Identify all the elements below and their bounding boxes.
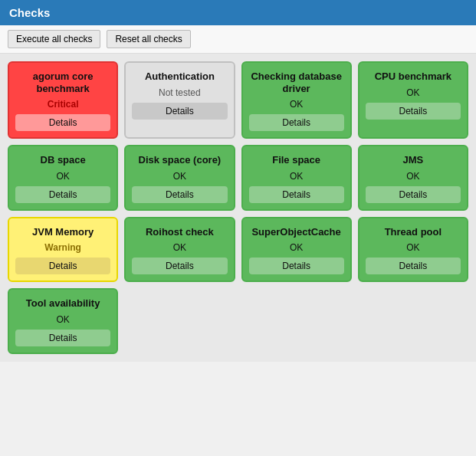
- check-title-super-object-cache: SuperObjectCache: [251, 226, 340, 238]
- check-card-authentication: AuthenticationNot testedDetails: [124, 61, 235, 139]
- check-title-agorum-core-benchmark: agorum core benchmark: [15, 71, 110, 94]
- details-button-file-space[interactable]: Details: [249, 186, 344, 203]
- check-title-jvm-memory: JVM Memory: [32, 226, 94, 238]
- check-status-authentication: Not tested: [159, 87, 201, 98]
- check-title-roihost-check: Roihost check: [146, 226, 214, 238]
- details-button-authentication[interactable]: Details: [132, 103, 227, 120]
- details-button-roihost-check[interactable]: Details: [132, 258, 227, 274]
- details-button-jms[interactable]: Details: [366, 186, 461, 203]
- check-card-file-space: File spaceOKDetails: [241, 145, 352, 211]
- check-title-authentication: Authentication: [145, 71, 215, 83]
- check-status-db-space: OK: [56, 171, 69, 182]
- details-button-thread-pool[interactable]: Details: [366, 258, 461, 274]
- details-button-jvm-memory[interactable]: Details: [15, 258, 110, 274]
- check-title-checking-database-driver: Checking database driver: [249, 71, 344, 94]
- details-button-agorum-core-benchmark[interactable]: Details: [15, 114, 110, 131]
- check-status-checking-database-driver: OK: [290, 99, 303, 110]
- check-card-db-space: DB spaceOKDetails: [8, 145, 118, 211]
- check-card-cpu-benchmark: CPU benchmarkOKDetails: [358, 61, 468, 139]
- check-status-thread-pool: OK: [406, 242, 419, 253]
- details-button-disk-space-core[interactable]: Details: [132, 186, 227, 203]
- check-card-roihost-check: Roihost checkOKDetails: [124, 217, 235, 283]
- details-button-tool-availability[interactable]: Details: [15, 330, 110, 346]
- check-status-disk-space-core: OK: [173, 171, 186, 182]
- checks-grid: agorum core benchmarkCriticalDetailsAuth…: [0, 54, 476, 362]
- check-card-super-object-cache: SuperObjectCacheOKDetails: [241, 217, 352, 283]
- check-title-tool-availability: Tool availability: [26, 297, 100, 310]
- check-status-cpu-benchmark: OK: [406, 87, 419, 98]
- check-status-jvm-memory: Warning: [44, 242, 81, 253]
- check-status-tool-availability: OK: [56, 314, 69, 325]
- check-title-jms: JMS: [403, 154, 424, 166]
- check-title-disk-space-core: Disk space (core): [139, 154, 222, 166]
- execute-all-button[interactable]: Execute all checks: [8, 30, 100, 48]
- page-title: Checks: [9, 6, 50, 19]
- check-card-jvm-memory: JVM MemoryWarningDetails: [8, 217, 118, 283]
- check-status-roihost-check: OK: [173, 242, 186, 253]
- check-card-jms: JMSOKDetails: [358, 145, 468, 211]
- details-button-cpu-benchmark[interactable]: Details: [366, 103, 461, 120]
- check-card-checking-database-driver: Checking database driverOKDetails: [241, 61, 352, 139]
- check-title-file-space: File space: [272, 154, 320, 166]
- header: Checks Execute all checks Reset all chec…: [0, 0, 476, 54]
- check-card-agorum-core-benchmark: agorum core benchmarkCriticalDetails: [8, 61, 118, 139]
- check-card-tool-availability: Tool availabilityOKDetails: [8, 288, 118, 354]
- details-button-super-object-cache[interactable]: Details: [249, 258, 344, 274]
- details-button-checking-database-driver[interactable]: Details: [249, 114, 344, 131]
- check-title-cpu-benchmark: CPU benchmark: [375, 71, 451, 83]
- reset-all-button[interactable]: Reset all checks: [107, 30, 190, 48]
- check-status-file-space: OK: [290, 171, 303, 182]
- check-status-agorum-core-benchmark: Critical: [48, 99, 79, 110]
- check-card-thread-pool: Thread poolOKDetails: [358, 217, 468, 283]
- check-card-disk-space-core: Disk space (core)OKDetails: [124, 145, 235, 211]
- check-status-jms: OK: [406, 171, 419, 182]
- details-button-db-space[interactable]: Details: [15, 186, 110, 203]
- check-status-super-object-cache: OK: [290, 242, 303, 253]
- check-title-thread-pool: Thread pool: [385, 226, 442, 238]
- check-title-db-space: DB space: [41, 154, 86, 166]
